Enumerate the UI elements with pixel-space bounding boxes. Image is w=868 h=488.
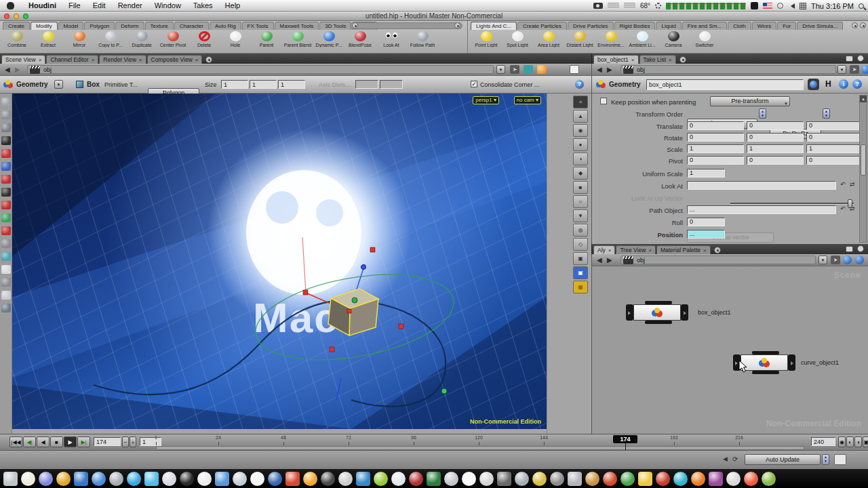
shelf-tab-auto-rig[interactable]: Auto Rig: [210, 22, 241, 30]
viewport-tool-icon[interactable]: ◇: [573, 238, 588, 251]
side-tool-icon[interactable]: [1, 110, 11, 119]
side-tool-icon[interactable]: [1, 149, 11, 158]
auto-update-dropdown[interactable]: Auto Update: [745, 454, 821, 465]
spaces-icon[interactable]: [800, 3, 806, 9]
shelf-tool-switcher[interactable]: Switcher: [689, 30, 720, 53]
node-body[interactable]: [633, 304, 681, 321]
playbar-option-button3[interactable]: ◑: [854, 436, 862, 447]
green-handle-point[interactable]: [352, 298, 357, 303]
network-back-icon[interactable]: ◀: [597, 256, 602, 264]
dock-icon[interactable]: [726, 472, 741, 486]
shelf-tool-spot-light[interactable]: Spot Light: [502, 30, 533, 53]
play-button[interactable]: ▶: [64, 436, 77, 447]
shelf-tab-modify[interactable]: Modify: [31, 22, 58, 30]
playbar-option-button1[interactable]: ◉: [838, 436, 846, 447]
shelf-tool-copy-to-p[interactable]: Copy to P...: [95, 30, 126, 53]
side-tool-icon[interactable]: [1, 123, 11, 132]
viewport-tool-icon[interactable]: ▣: [573, 266, 588, 279]
range-start-field[interactable]: [140, 437, 161, 446]
shelf-tool-parent[interactable]: Parent: [251, 30, 282, 53]
consolidate-checkbox[interactable]: ✓: [471, 81, 477, 87]
tab-box-object1[interactable]: box_object1×: [593, 55, 639, 64]
dock-icon[interactable]: [127, 472, 141, 486]
memory-icon[interactable]: [834, 454, 846, 465]
dock-icon[interactable]: [233, 472, 247, 486]
volume-icon[interactable]: [788, 3, 795, 9]
screen-recorder-icon[interactable]: [593, 3, 603, 9]
viewport-tool-icon[interactable]: =: [573, 96, 588, 108]
stop-button[interactable]: ■: [50, 436, 63, 447]
help-icon[interactable]: ?: [575, 80, 584, 89]
path-object-field[interactable]: ...: [687, 205, 836, 214]
dock-icon[interactable]: [762, 472, 776, 486]
network-path-field[interactable]: [620, 256, 816, 264]
pivot-field-z[interactable]: 0: [806, 156, 863, 165]
pretransform-dropdown[interactable]: Pre-transform▼: [710, 96, 790, 106]
bucket-icon[interactable]: [524, 65, 533, 74]
network-maximize-icon[interactable]: [846, 246, 853, 252]
shelf-tab-maxwell-tools[interactable]: Maxwell Tools: [275, 22, 319, 30]
param-path-label[interactable]: obj: [637, 66, 645, 73]
shelf-tool-hole[interactable]: Hole: [220, 30, 251, 53]
side-tool-icon[interactable]: [1, 278, 11, 287]
menu-edit[interactable]: Edit: [87, 1, 112, 9]
menu-help[interactable]: Help: [219, 1, 247, 9]
size-z-field[interactable]: [278, 80, 305, 89]
history-button[interactable]: H: [825, 79, 831, 89]
dock-icon[interactable]: [568, 472, 582, 486]
node-flag-right[interactable]: [681, 304, 688, 321]
dock-icon[interactable]: [74, 472, 88, 486]
tab-render-view[interactable]: Render View×: [99, 55, 146, 64]
node-flag-right[interactable]: [788, 354, 795, 371]
rotate-field-y[interactable]: 0: [747, 133, 804, 142]
network-menu-icon[interactable]: [857, 245, 864, 252]
translate-field-z[interactable]: 0: [806, 121, 863, 130]
green-curve-point[interactable]: [441, 388, 447, 394]
dock-icon[interactable]: [56, 472, 71, 486]
tab-close-icon[interactable]: ×: [703, 246, 707, 255]
viewport-tool-icon[interactable]: ▲: [573, 110, 588, 123]
playbar-option-button4[interactable]: ▣: [863, 436, 868, 447]
dock-icon[interactable]: [374, 472, 388, 486]
shelf-tool-distant-light[interactable]: Distant Light: [564, 30, 595, 53]
shelf-overflow-button[interactable]: [352, 22, 358, 28]
size-x-field[interactable]: [221, 80, 248, 89]
shelf-tool-extract[interactable]: Extract: [33, 30, 64, 53]
shelf-tab-deform[interactable]: Deform: [115, 22, 144, 30]
tab-close-icon[interactable]: ×: [669, 56, 672, 64]
tab-tree-view[interactable]: Tree View×: [616, 245, 655, 254]
viewport-tool-icon[interactable]: ◆: [573, 167, 588, 180]
side-tool-icon[interactable]: [1, 162, 11, 171]
menubar-clock[interactable]: Thu 3:16 PM: [811, 2, 854, 10]
shelf-tool-area-light[interactable]: Area Light: [533, 30, 564, 53]
dock-icon[interactable]: [409, 472, 423, 486]
tab-close-icon[interactable]: ×: [139, 56, 142, 64]
tab-close-icon[interactable]: ×: [92, 56, 95, 64]
bluetooth-icon[interactable]: [777, 3, 783, 9]
menu-extra-icon[interactable]: [751, 2, 758, 9]
side-tool-icon[interactable]: [1, 304, 11, 312]
node-label-box[interactable]: box_object1: [698, 309, 731, 316]
path-object-list-icon[interactable]: ⇄: [850, 205, 855, 212]
position-field[interactable]: ...: [687, 230, 725, 239]
gear-icon[interactable]: [655, 3, 661, 9]
tab-close-icon[interactable]: ×: [195, 56, 199, 64]
network-path-label[interactable]: obj: [637, 257, 645, 264]
dock-icon[interactable]: [656, 472, 670, 486]
shelf-tab-drive-particles[interactable]: Drive Particles: [568, 22, 614, 30]
dock-icon[interactable]: [462, 472, 476, 486]
tab-take-list[interactable]: Take List×: [639, 55, 676, 64]
rotate-order-spinner[interactable]: ▲▼: [823, 108, 830, 119]
dock-icon[interactable]: [691, 472, 705, 486]
new-tab-button[interactable]: [205, 56, 212, 63]
shelf-tool-camera[interactable]: Camera: [658, 30, 689, 53]
dock-icon[interactable]: [215, 472, 229, 486]
close-window-button[interactable]: [4, 14, 9, 19]
dock-icon[interactable]: [603, 472, 617, 486]
pivot-field-y[interactable]: 0: [747, 156, 804, 165]
param-pin-icon[interactable]: [861, 65, 868, 74]
shelf-tab-model[interactable]: Model: [58, 22, 84, 30]
node-label-curve[interactable]: curve_object1: [801, 359, 839, 366]
menu-houdini[interactable]: Houdini: [22, 1, 62, 9]
side-tool-icon[interactable]: [1, 291, 11, 300]
